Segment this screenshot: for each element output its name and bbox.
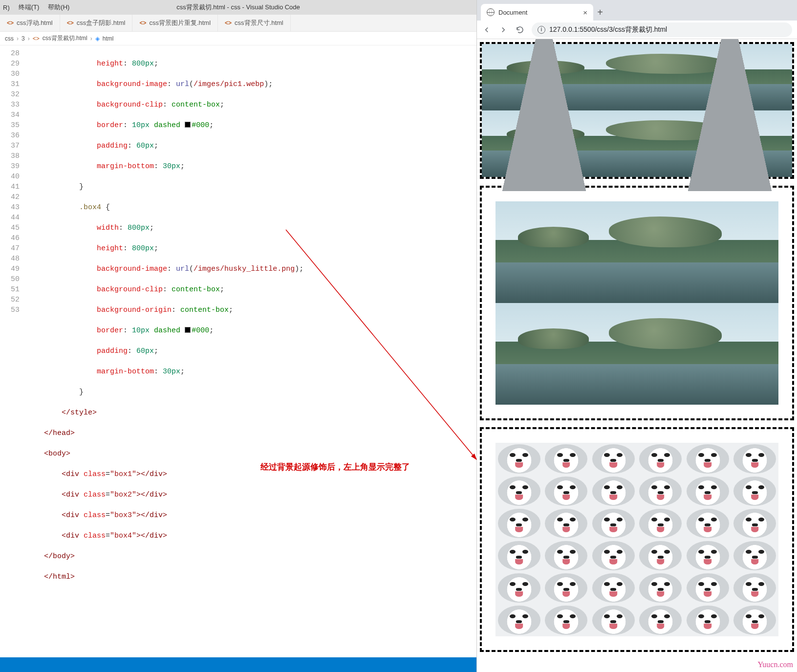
annotation-text: 经过背景起源修饰后，左上角显示完整了 [260,461,410,473]
color-swatch-icon [185,327,191,333]
browser-viewport[interactable]: Yuucn.com [477,39,797,672]
menu-bar: R) 终端(T) 帮助(H) css背景裁切.html - css - Visu… [0,0,476,15]
back-button[interactable] [482,25,492,35]
window-title: css背景裁切.html - css - Visual Studio Code [0,0,476,15]
preview-box3 [480,427,794,652]
symbol-icon: ◈ [95,35,100,42]
tab-css-bg-repeat[interactable]: <>css背景图片重复.html [132,15,218,31]
tab-css-box-shadow[interactable]: <>css盒子阴影.html [60,15,133,31]
html-file-icon: <> [225,20,232,26]
vscode-window: R) 终端(T) 帮助(H) css背景裁切.html - css - Visu… [0,0,476,672]
browser-tab-title: Document [498,9,527,16]
browser-tab-strip: Document × + [477,0,797,21]
chevron-right-icon: › [17,35,19,42]
new-tab-button[interactable]: + [593,4,607,21]
url-text: 127.0.0.1:5500/css/3/css背景裁切.html [549,25,667,34]
editor-tabs: <>css浮动.html <>css盒子阴影.html <>css背景图片重复.… [0,15,476,32]
menu-help[interactable]: 帮助(H) [48,3,69,12]
forward-button[interactable] [498,25,508,35]
menu-terminal[interactable]: 终端(T) [19,3,40,12]
color-swatch-icon [185,122,191,128]
html-file-icon: <> [139,20,146,26]
tab-css-bg-size[interactable]: <>css背景尺寸.html [218,15,291,31]
code-editor[interactable]: 2829303132333435363738394041424344454647… [0,45,476,672]
html-file-icon: <> [67,20,74,26]
status-bar[interactable] [0,657,476,672]
code-content[interactable]: height: 800px; background-image: url(/im… [26,45,476,672]
watermark: Yuucn.com [758,660,793,669]
site-info-icon[interactable]: i [538,26,545,34]
globe-icon [487,8,495,16]
html-file-icon: <> [7,20,14,26]
preview-box2 [480,186,794,420]
reload-button[interactable] [515,25,525,35]
browser-window: Document × + i 127.0.0.1:5500/css/3/css背… [476,0,797,672]
line-number-gutter: 2829303132333435363738394041424344454647… [0,45,26,672]
menu-run-suffix[interactable]: R) [3,4,10,11]
chevron-right-icon: › [28,35,30,42]
close-icon[interactable]: × [583,8,587,17]
browser-tab[interactable]: Document × [481,4,593,21]
html-file-icon: <> [33,35,40,42]
breadcrumb[interactable]: css› 3› <>css背景裁切.html› ◈html [0,32,476,45]
chevron-right-icon: › [90,35,92,42]
address-bar[interactable]: i 127.0.0.1:5500/css/3/css背景裁切.html [532,22,792,37]
tab-css-float[interactable]: <>css浮动.html [0,15,60,31]
browser-toolbar: i 127.0.0.1:5500/css/3/css背景裁切.html [477,21,797,39]
